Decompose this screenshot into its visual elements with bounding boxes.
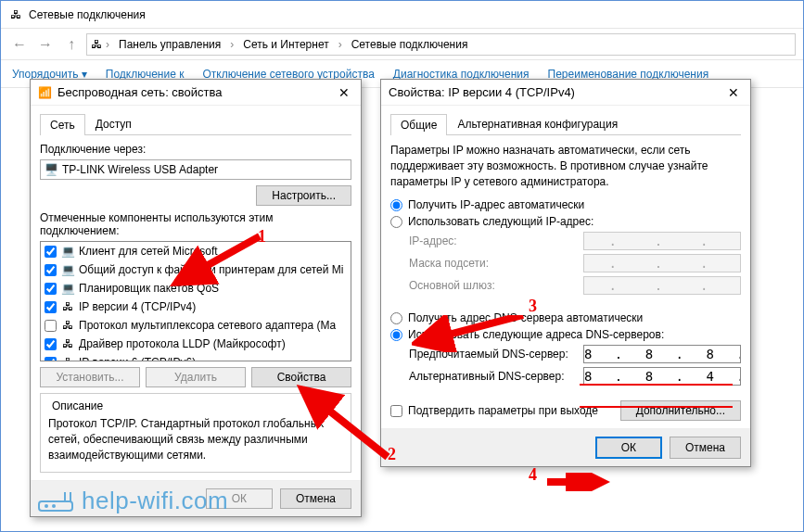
tabs: Сеть Доступ [40, 113, 351, 135]
navbar: ← → ↑ 🖧 › Панель управления › Сеть и Инт… [1, 29, 803, 60]
checkbox-input[interactable] [390, 405, 402, 417]
component-label: Драйвер протокола LLDP (Майкрософт) [79, 337, 286, 350]
component-icon: 🖧 [60, 318, 75, 333]
address-icon: 🖧 [91, 38, 102, 51]
annotation-underline [580, 384, 733, 386]
router-icon [37, 490, 74, 513]
radio-dns-manual[interactable]: Использовать следующие адреса DNS-сервер… [390, 328, 741, 341]
list-item[interactable]: 💻Планировщик пакетов QoS [41, 279, 351, 298]
component-label: IP версии 6 (TCP/IPv6) [79, 356, 196, 361]
checkbox-input[interactable] [45, 246, 57, 258]
chevron-right-icon: › [338, 38, 342, 51]
wireless-properties-dialog: 📶 Беспроводная сеть: свойства ✕ Сеть Дос… [30, 79, 362, 517]
properties-button[interactable]: Свойства [251, 367, 351, 387]
cancel-button[interactable]: Отмена [670, 437, 741, 459]
checkbox-input[interactable] [45, 301, 57, 313]
dialog-title: Беспроводная сеть: свойства [57, 85, 329, 99]
close-button[interactable]: ✕ [724, 83, 743, 102]
info-text: Параметры IP можно назначать автоматичес… [390, 143, 741, 189]
component-icon: 💻 [60, 262, 75, 277]
breadcrumb-seg[interactable]: Панель управления [113, 38, 226, 51]
checkbox-input[interactable] [45, 320, 57, 332]
watermark-text: help-wifi.com [82, 487, 228, 515]
list-item[interactable]: 🖧IP версии 4 (TCP/IPv4) [41, 298, 351, 316]
radio-input[interactable] [390, 329, 402, 341]
tab-general[interactable]: Общие [390, 114, 447, 135]
list-item[interactable]: 🖧Драйвер протокола LLDP (Майкрософт) [41, 335, 351, 353]
list-item[interactable]: 💻Клиент для сетей Microsoft [41, 242, 351, 260]
component-label: Планировщик пакетов QoS [79, 282, 219, 295]
description-title: Описание [48, 399, 107, 412]
radio-ip-manual[interactable]: Использовать следующий IP-адрес: [390, 215, 741, 228]
radio-ip-auto[interactable]: Получить IP-адрес автоматически [390, 198, 741, 211]
ip-address-label: IP-адрес: [409, 234, 576, 247]
dialog-title: Свойства: IP версии 4 (TCP/IPv4) [389, 85, 719, 99]
confirm-on-exit[interactable]: Подтвердить параметры при выходе [390, 404, 598, 417]
checkbox-input[interactable] [45, 338, 57, 350]
radio-label: Получить адрес DNS-сервера автоматически [408, 311, 643, 324]
ok-button[interactable]: ОК [595, 437, 662, 459]
window-title: Сетевые подключения [29, 8, 146, 21]
breadcrumb-seg[interactable]: Сеть и Интернет [237, 38, 334, 51]
component-icon: 🖧 [60, 299, 75, 314]
checkbox-input[interactable] [45, 283, 57, 295]
install-button[interactable]: Установить... [40, 367, 140, 387]
component-label: IP версии 4 (TCP/IPv4) [79, 300, 196, 313]
checkbox-label: Подтвердить параметры при выходе [408, 404, 598, 417]
arrow-right-icon: → [38, 36, 53, 53]
checkbox-input[interactable] [45, 357, 57, 362]
titlebar: 🖧 Сетевые подключения [1, 1, 803, 29]
configure-button[interactable]: Настроить... [256, 185, 351, 206]
cancel-button[interactable]: Отмена [280, 488, 351, 509]
subnet-mask-input [583, 254, 741, 272]
remove-button[interactable]: Удалить [146, 367, 246, 387]
component-icon: 💻 [60, 281, 75, 296]
dns-preferred-input[interactable] [583, 345, 741, 363]
list-item[interactable]: 💻Общий доступ к файлам и принтерам для с… [41, 260, 351, 279]
list-item[interactable]: 🖧IP версии 6 (TCP/IPv6) [41, 353, 351, 361]
chevron-right-icon: › [106, 38, 109, 51]
up-button[interactable]: ↑ [60, 33, 83, 56]
svg-point-5 [45, 504, 48, 508]
component-label: Общий доступ к файлам и принтерам для се… [79, 263, 343, 276]
components-list[interactable]: 💻Клиент для сетей Microsoft💻Общий доступ… [40, 241, 351, 361]
component-label: Протокол мультиплексора сетевого адаптер… [79, 319, 336, 332]
connect-via-label: Подключение через: [40, 143, 351, 156]
dialog-titlebar: 📶 Беспроводная сеть: свойства ✕ [31, 80, 361, 106]
annotation-number-4: 4 [529, 465, 537, 485]
adapter-icon: 🖥️ [45, 163, 58, 176]
radio-label: Получить IP-адрес автоматически [408, 198, 584, 211]
annotation-number-1: 1 [258, 227, 266, 247]
dialog-titlebar: Свойства: IP версии 4 (TCP/IPv4) ✕ [381, 80, 750, 106]
description-group: Описание Протокол TCP/IP. Стандартный пр… [40, 393, 351, 473]
radio-input[interactable] [390, 199, 402, 211]
close-button[interactable]: ✕ [335, 83, 353, 102]
back-button[interactable]: ← [8, 33, 31, 56]
subnet-mask-label: Маска подсети: [409, 257, 576, 270]
watermark: help-wifi.com [37, 487, 228, 515]
dns-alternate-label: Альтернативный DNS-сервер: [409, 370, 576, 383]
radio-dns-auto[interactable]: Получить адрес DNS-сервера автоматически [390, 311, 741, 324]
dns-preferred-label: Предпочитаемый DNS-сервер: [409, 348, 576, 361]
annotation-number-3: 3 [529, 297, 537, 316]
checkbox-input[interactable] [45, 264, 57, 276]
forward-button[interactable]: → [34, 33, 57, 56]
dialog-body: Общие Альтернативная конфигурация Параме… [381, 106, 750, 428]
tab-access[interactable]: Доступ [85, 113, 142, 134]
address-bar[interactable]: 🖧 › Панель управления › Сеть и Интернет … [86, 33, 796, 56]
list-item[interactable]: 🖧Протокол мультиплексора сетевого адапте… [41, 316, 351, 335]
annotation-underline [580, 406, 733, 408]
component-icon: 💻 [60, 244, 75, 259]
arrow-left-icon: ← [12, 36, 27, 53]
radio-label: Использовать следующие адреса DNS-сервер… [408, 328, 664, 341]
tab-network[interactable]: Сеть [40, 114, 85, 135]
radio-label: Использовать следующий IP-адрес: [408, 215, 593, 228]
radio-input[interactable] [390, 312, 402, 324]
advanced-button[interactable]: Дополнительно... [620, 400, 741, 421]
breadcrumb-seg[interactable]: Сетевые подключения [346, 38, 474, 51]
dialog-icon: 📶 [38, 86, 52, 99]
adapter-name: TP-LINK Wireless USB Adapter [62, 163, 218, 176]
annotation-number-2: 2 [388, 445, 396, 464]
tab-alternative[interactable]: Альтернативная конфигурация [447, 113, 628, 134]
radio-input[interactable] [390, 216, 402, 228]
